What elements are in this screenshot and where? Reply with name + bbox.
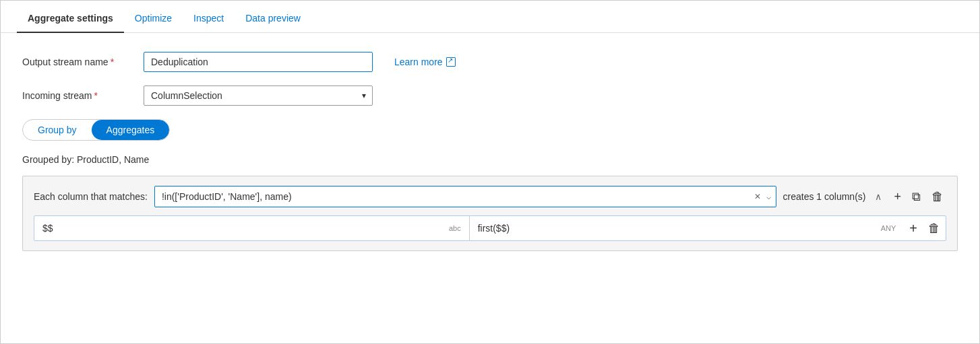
- incoming-stream-required: *: [94, 90, 97, 101]
- inner-badge-2: ANY: [881, 224, 896, 232]
- tab-inspect[interactable]: Inspect: [183, 5, 235, 33]
- incoming-stream-row: Incoming stream* ColumnSelection ▾: [22, 85, 958, 106]
- inner-field-2: ANY: [470, 217, 905, 239]
- copy-aggregate-button[interactable]: ⧉: [909, 189, 923, 204]
- output-stream-row: Output stream name* Learn more: [22, 52, 958, 72]
- inner-badge-1: abc: [449, 224, 461, 232]
- inner-field-1: abc: [34, 217, 469, 239]
- incoming-stream-label: Incoming stream*: [22, 90, 144, 101]
- each-col-label: Each column that matches:: [34, 191, 148, 202]
- output-stream-required: *: [111, 57, 114, 67]
- delete-aggregate-button[interactable]: 🗑: [929, 189, 946, 204]
- creates-text: creates 1 column(s): [783, 191, 866, 202]
- inner-row: abc ANY + 🗑: [34, 215, 946, 241]
- tab-data-preview[interactable]: Data preview: [235, 5, 311, 33]
- grouped-by-text: Grouped by: ProductID, Name: [22, 154, 958, 165]
- output-stream-input[interactable]: [144, 52, 373, 72]
- action-icons: + ⧉ 🗑: [891, 189, 946, 204]
- tab-bar: Aggregate settings Optimize Inspect Data…: [1, 1, 979, 33]
- pattern-clear-icon[interactable]: ✕: [753, 191, 762, 203]
- incoming-stream-select-wrapper: ColumnSelection ▾: [144, 85, 373, 106]
- pattern-input-icons: ✕ ⌵: [753, 191, 772, 203]
- tab-optimize[interactable]: Optimize: [124, 5, 183, 33]
- app-container: Aggregate settings Optimize Inspect Data…: [1, 1, 979, 267]
- inner-add-button[interactable]: +: [904, 217, 923, 239]
- add-aggregate-button[interactable]: +: [891, 189, 904, 204]
- inner-input-2[interactable]: [478, 223, 876, 234]
- inner-input-1[interactable]: [42, 223, 443, 234]
- aggregates-toggle[interactable]: Aggregates: [92, 120, 170, 140]
- output-stream-label: Output stream name*: [22, 57, 144, 67]
- learn-more-link[interactable]: Learn more: [394, 57, 456, 67]
- tab-aggregate-settings[interactable]: Aggregate settings: [17, 5, 124, 33]
- pattern-dropdown-icon[interactable]: ⌵: [765, 191, 772, 203]
- toggle-group: Group by Aggregates: [22, 119, 170, 141]
- external-link-icon: [446, 57, 456, 67]
- pattern-input[interactable]: [154, 186, 776, 207]
- incoming-stream-select[interactable]: ColumnSelection: [144, 85, 373, 106]
- each-col-row: Each column that matches: ✕ ⌵ creates 1 …: [34, 186, 946, 207]
- group-by-toggle[interactable]: Group by: [23, 120, 92, 140]
- aggregate-section: Each column that matches: ✕ ⌵ creates 1 …: [22, 176, 958, 251]
- main-content: Output stream name* Learn more Incoming …: [1, 33, 979, 267]
- pattern-input-wrapper: ✕ ⌵: [154, 186, 776, 207]
- collapse-button[interactable]: ∧: [872, 190, 884, 203]
- inner-delete-button[interactable]: 🗑: [923, 218, 946, 238]
